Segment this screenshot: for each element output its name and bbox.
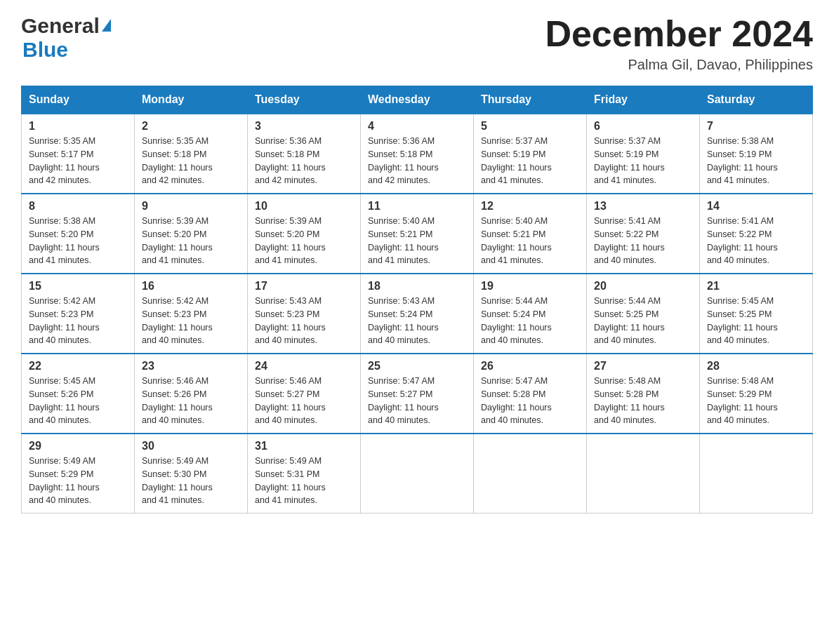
day-number: 1: [29, 120, 127, 133]
day-number: 13: [594, 200, 692, 213]
weekday-header-row: SundayMondayTuesdayWednesdayThursdayFrid…: [22, 86, 813, 114]
day-info: Sunrise: 5:48 AMSunset: 5:28 PMDaylight:…: [594, 375, 692, 427]
day-number: 22: [29, 360, 127, 373]
calendar-week-row: 15Sunrise: 5:42 AMSunset: 5:23 PMDayligh…: [22, 274, 813, 354]
day-number: 11: [368, 200, 466, 213]
day-number: 29: [29, 440, 127, 452]
calendar-cell: 13Sunrise: 5:41 AMSunset: 5:22 PMDayligh…: [587, 194, 700, 274]
logo: General Blue: [21, 14, 111, 62]
calendar-cell: 29Sunrise: 5:49 AMSunset: 5:29 PMDayligh…: [22, 434, 135, 514]
day-info: Sunrise: 5:44 AMSunset: 5:25 PMDaylight:…: [594, 295, 692, 347]
day-number: 23: [142, 360, 240, 373]
calendar-cell: 7Sunrise: 5:38 AMSunset: 5:19 PMDaylight…: [700, 114, 813, 194]
calendar-cell: 11Sunrise: 5:40 AMSunset: 5:21 PMDayligh…: [361, 194, 474, 274]
logo-blue-text: Blue: [22, 38, 68, 62]
calendar-week-row: 29Sunrise: 5:49 AMSunset: 5:29 PMDayligh…: [22, 434, 813, 514]
calendar-week-row: 1Sunrise: 5:35 AMSunset: 5:17 PMDaylight…: [22, 114, 813, 194]
calendar-cell: 23Sunrise: 5:46 AMSunset: 5:26 PMDayligh…: [135, 354, 248, 434]
day-number: 14: [707, 200, 805, 213]
day-info: Sunrise: 5:43 AMSunset: 5:24 PMDaylight:…: [368, 295, 466, 347]
day-info: Sunrise: 5:46 AMSunset: 5:27 PMDaylight:…: [255, 375, 353, 427]
weekday-header-friday: Friday: [587, 86, 700, 114]
calendar-cell: 17Sunrise: 5:43 AMSunset: 5:23 PMDayligh…: [248, 274, 361, 354]
calendar-cell: 10Sunrise: 5:39 AMSunset: 5:20 PMDayligh…: [248, 194, 361, 274]
location-subtitle: Palma Gil, Davao, Philippines: [545, 57, 813, 73]
page-header: General Blue December 2024 Palma Gil, Da…: [21, 14, 813, 73]
weekday-header-sunday: Sunday: [22, 86, 135, 114]
calendar-cell: 30Sunrise: 5:49 AMSunset: 5:30 PMDayligh…: [135, 434, 248, 514]
logo-general-text: General: [21, 14, 100, 38]
day-info: Sunrise: 5:47 AMSunset: 5:27 PMDaylight:…: [368, 375, 466, 427]
day-number: 16: [142, 280, 240, 293]
day-info: Sunrise: 5:42 AMSunset: 5:23 PMDaylight:…: [142, 295, 240, 347]
title-section: December 2024 Palma Gil, Davao, Philippi…: [545, 14, 813, 73]
day-info: Sunrise: 5:38 AMSunset: 5:19 PMDaylight:…: [707, 135, 805, 187]
day-number: 6: [594, 120, 692, 133]
day-info: Sunrise: 5:45 AMSunset: 5:25 PMDaylight:…: [707, 295, 805, 347]
day-number: 20: [594, 280, 692, 293]
calendar-cell: [587, 434, 700, 514]
day-info: Sunrise: 5:40 AMSunset: 5:21 PMDaylight:…: [368, 215, 466, 267]
calendar-table: SundayMondayTuesdayWednesdayThursdayFrid…: [21, 86, 813, 514]
day-info: Sunrise: 5:48 AMSunset: 5:29 PMDaylight:…: [707, 375, 805, 427]
weekday-header-wednesday: Wednesday: [361, 86, 474, 114]
calendar-cell: 3Sunrise: 5:36 AMSunset: 5:18 PMDaylight…: [248, 114, 361, 194]
calendar-cell: 6Sunrise: 5:37 AMSunset: 5:19 PMDaylight…: [587, 114, 700, 194]
day-info: Sunrise: 5:49 AMSunset: 5:29 PMDaylight:…: [29, 455, 127, 507]
calendar-cell: 8Sunrise: 5:38 AMSunset: 5:20 PMDaylight…: [22, 194, 135, 274]
day-info: Sunrise: 5:40 AMSunset: 5:21 PMDaylight:…: [481, 215, 579, 267]
day-info: Sunrise: 5:44 AMSunset: 5:24 PMDaylight:…: [481, 295, 579, 347]
day-info: Sunrise: 5:35 AMSunset: 5:17 PMDaylight:…: [29, 135, 127, 187]
calendar-cell: [361, 434, 474, 514]
calendar-cell: 4Sunrise: 5:36 AMSunset: 5:18 PMDaylight…: [361, 114, 474, 194]
day-info: Sunrise: 5:49 AMSunset: 5:30 PMDaylight:…: [142, 455, 240, 507]
day-number: 28: [707, 360, 805, 373]
day-number: 21: [707, 280, 805, 293]
day-number: 3: [255, 120, 353, 133]
weekday-header-thursday: Thursday: [474, 86, 587, 114]
day-info: Sunrise: 5:36 AMSunset: 5:18 PMDaylight:…: [255, 135, 353, 187]
calendar-week-row: 22Sunrise: 5:45 AMSunset: 5:26 PMDayligh…: [22, 354, 813, 434]
calendar-cell: 9Sunrise: 5:39 AMSunset: 5:20 PMDaylight…: [135, 194, 248, 274]
calendar-cell: 16Sunrise: 5:42 AMSunset: 5:23 PMDayligh…: [135, 274, 248, 354]
weekday-header-tuesday: Tuesday: [248, 86, 361, 114]
calendar-cell: 2Sunrise: 5:35 AMSunset: 5:18 PMDaylight…: [135, 114, 248, 194]
day-info: Sunrise: 5:41 AMSunset: 5:22 PMDaylight:…: [707, 215, 805, 267]
calendar-cell: 27Sunrise: 5:48 AMSunset: 5:28 PMDayligh…: [587, 354, 700, 434]
day-number: 27: [594, 360, 692, 373]
month-year-title: December 2024: [545, 14, 813, 54]
day-info: Sunrise: 5:42 AMSunset: 5:23 PMDaylight:…: [29, 295, 127, 347]
day-info: Sunrise: 5:37 AMSunset: 5:19 PMDaylight:…: [481, 135, 579, 187]
day-number: 30: [142, 440, 240, 452]
calendar-cell: 28Sunrise: 5:48 AMSunset: 5:29 PMDayligh…: [700, 354, 813, 434]
calendar-cell: 12Sunrise: 5:40 AMSunset: 5:21 PMDayligh…: [474, 194, 587, 274]
day-info: Sunrise: 5:41 AMSunset: 5:22 PMDaylight:…: [594, 215, 692, 267]
calendar-cell: 15Sunrise: 5:42 AMSunset: 5:23 PMDayligh…: [22, 274, 135, 354]
calendar-cell: 1Sunrise: 5:35 AMSunset: 5:17 PMDaylight…: [22, 114, 135, 194]
day-info: Sunrise: 5:47 AMSunset: 5:28 PMDaylight:…: [481, 375, 579, 427]
day-info: Sunrise: 5:38 AMSunset: 5:20 PMDaylight:…: [29, 215, 127, 267]
day-number: 19: [481, 280, 579, 293]
calendar-cell: [700, 434, 813, 514]
day-number: 26: [481, 360, 579, 373]
day-info: Sunrise: 5:39 AMSunset: 5:20 PMDaylight:…: [255, 215, 353, 267]
day-number: 18: [368, 280, 466, 293]
calendar-cell: 18Sunrise: 5:43 AMSunset: 5:24 PMDayligh…: [361, 274, 474, 354]
calendar-cell: 21Sunrise: 5:45 AMSunset: 5:25 PMDayligh…: [700, 274, 813, 354]
day-number: 15: [29, 280, 127, 293]
day-number: 31: [255, 440, 353, 452]
day-number: 9: [142, 200, 240, 213]
day-number: 17: [255, 280, 353, 293]
calendar-cell: 31Sunrise: 5:49 AMSunset: 5:31 PMDayligh…: [248, 434, 361, 514]
calendar-cell: 26Sunrise: 5:47 AMSunset: 5:28 PMDayligh…: [474, 354, 587, 434]
weekday-header-monday: Monday: [135, 86, 248, 114]
day-number: 2: [142, 120, 240, 133]
calendar-cell: [474, 434, 587, 514]
day-info: Sunrise: 5:36 AMSunset: 5:18 PMDaylight:…: [368, 135, 466, 187]
calendar-cell: 5Sunrise: 5:37 AMSunset: 5:19 PMDaylight…: [474, 114, 587, 194]
logo-triangle-icon: [102, 19, 111, 32]
day-number: 25: [368, 360, 466, 373]
calendar-cell: 22Sunrise: 5:45 AMSunset: 5:26 PMDayligh…: [22, 354, 135, 434]
day-number: 4: [368, 120, 466, 133]
day-number: 5: [481, 120, 579, 133]
